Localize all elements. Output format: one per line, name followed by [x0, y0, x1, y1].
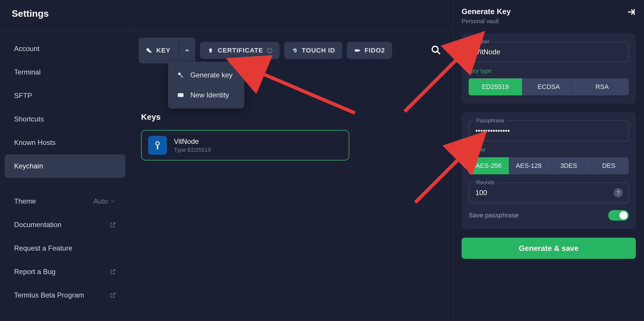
key-info: VitNode Type ED25519	[174, 137, 211, 153]
toolbar: KEY CERTIFICATE TOUCH ID FIDO2	[131, 31, 453, 70]
chevron-up-icon	[184, 48, 190, 53]
sidebar-item-terminal[interactable]: Terminal	[5, 60, 126, 84]
rounds-field-label: Rounds	[474, 180, 497, 186]
svg-point-0	[209, 48, 212, 51]
sidebar-item-sftp[interactable]: SFTP	[5, 84, 126, 107]
svg-rect-6	[178, 93, 184, 97]
cipher-label: Cipher	[469, 146, 629, 153]
dropdown-generate-key[interactable]: Generate key	[168, 65, 244, 85]
help-icon[interactable]: ?	[614, 188, 623, 197]
sidebar-item-documentation[interactable]: Documentation	[5, 213, 126, 236]
external-link-icon	[110, 292, 116, 298]
key-dropdown: Generate key New Identity	[168, 62, 244, 109]
sidebar-item-beta-program[interactable]: Termius Beta Program	[5, 283, 126, 307]
key-dropdown-toggle[interactable]	[179, 42, 195, 59]
keytype-ed25519[interactable]: ED25519	[469, 78, 522, 95]
rounds-field: Rounds ?	[469, 183, 629, 203]
svg-point-1	[267, 48, 272, 53]
cipher-aes256[interactable]: AES-256	[469, 157, 509, 174]
identity-icon	[177, 91, 184, 99]
key-card[interactable]: VitNode Type ED25519	[141, 130, 349, 160]
touchid-button[interactable]: TOUCH ID	[284, 42, 342, 59]
key-name: VitNode	[174, 137, 211, 146]
fido2-button[interactable]: FIDO2	[347, 42, 392, 59]
external-link-icon	[110, 222, 116, 228]
sidebar-header: Settings	[0, 0, 130, 31]
key-icon	[177, 71, 184, 79]
key-type: Type ED25519	[174, 147, 211, 153]
save-passphrase-label: Save passphrase	[469, 212, 518, 219]
sidebar-item-shortcuts[interactable]: Shortcuts	[5, 107, 126, 131]
key-button[interactable]: KEY	[139, 38, 195, 63]
sidebar-item-account[interactable]: Account	[5, 37, 126, 60]
sidebar-item-known-hosts[interactable]: Known Hosts	[5, 131, 126, 154]
theme-value: Auto	[94, 197, 116, 205]
dropdown-new-identity[interactable]: New Identity	[168, 85, 244, 105]
sidebar-item-keychain[interactable]: Keychain	[5, 154, 126, 178]
chevron-down-icon	[110, 198, 116, 205]
key-icon	[146, 47, 153, 54]
passphrase-field: Passphrase	[469, 121, 629, 141]
page-title: Settings	[12, 8, 118, 19]
svg-rect-3	[359, 50, 360, 51]
settings-sidebar: Settings Account Terminal SFTP Shortcuts…	[0, 0, 131, 321]
generate-key-panel: Generate Key Personal vault Label Key ty…	[453, 0, 644, 321]
cipher-3des[interactable]: 3DES	[549, 157, 589, 174]
arrow-up-icon	[267, 48, 272, 53]
svg-rect-2	[355, 49, 359, 52]
label-field-label: Label	[474, 39, 492, 45]
key-icon	[152, 140, 163, 151]
keytype-label: Key type	[469, 67, 629, 74]
cipher-aes128[interactable]: AES-128	[509, 157, 549, 174]
search-button[interactable]	[427, 41, 445, 60]
generate-save-button[interactable]: Generate & save	[462, 238, 636, 259]
panel-title: Generate Key	[462, 7, 511, 16]
keytype-segmented: ED25519 ECDSA RSA	[469, 78, 629, 95]
sidebar-item-report-bug[interactable]: Report a Bug	[5, 260, 126, 283]
svg-point-5	[178, 72, 181, 75]
fido2-icon	[354, 47, 361, 54]
svg-point-7	[156, 142, 159, 145]
fingerprint-icon	[291, 47, 298, 54]
label-input[interactable]	[469, 42, 629, 62]
cipher-des[interactable]: DES	[589, 157, 629, 174]
keytype-ecdsa[interactable]: ECDSA	[522, 78, 575, 95]
sidebar-nav: Account Terminal SFTP Shortcuts Known Ho…	[0, 31, 130, 321]
external-link-icon	[110, 268, 116, 275]
keytype-rsa[interactable]: RSA	[575, 78, 629, 95]
label-keytype-card: Label Key type ED25519 ECDSA RSA	[462, 33, 636, 104]
save-passphrase-row: Save passphrase	[469, 210, 629, 221]
cipher-segmented: AES-256 AES-128 3DES DES	[469, 157, 629, 174]
key-badge	[148, 136, 167, 155]
search-icon	[430, 44, 442, 56]
save-passphrase-toggle[interactable]	[608, 210, 629, 221]
sidebar-item-theme[interactable]: Theme Auto	[5, 190, 126, 213]
collapse-panel-button[interactable]	[626, 7, 636, 18]
panel-subtitle: Personal vault	[462, 18, 511, 25]
keys-heading: Keys	[141, 112, 443, 122]
svg-point-4	[432, 46, 438, 52]
main-content: KEY CERTIFICATE TOUCH ID FIDO2	[131, 0, 453, 321]
passphrase-card: Passphrase Cipher AES-256 AES-128 3DES D…	[462, 112, 636, 229]
sidebar-item-request-feature[interactable]: Request a Feature	[5, 236, 126, 260]
certificate-button[interactable]: CERTIFICATE	[200, 42, 279, 59]
main-top-header	[131, 0, 453, 31]
passphrase-field-label: Passphrase	[474, 118, 506, 124]
certificate-icon	[207, 47, 214, 54]
panel-header: Generate Key Personal vault	[462, 7, 636, 25]
collapse-icon	[626, 7, 636, 17]
label-field: Label	[469, 42, 629, 62]
